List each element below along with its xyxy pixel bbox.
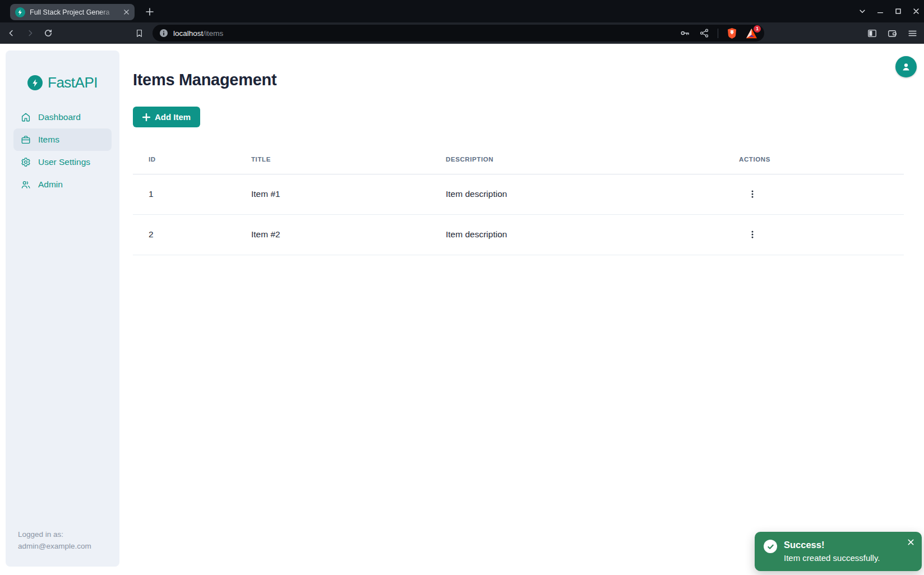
table-row: 2 Item #2 Item description bbox=[133, 214, 904, 255]
tab-title: Full Stack Project Genera bbox=[30, 8, 119, 16]
key-icon[interactable] bbox=[680, 27, 691, 39]
url-bar[interactable]: localhost/items bbox=[153, 25, 764, 42]
toast-close-icon[interactable] bbox=[905, 537, 916, 547]
sidebar: FastAPI Dashboard Items bbox=[6, 50, 119, 567]
home-icon bbox=[21, 112, 31, 122]
check-circle-icon bbox=[764, 540, 777, 553]
table-row: 1 Item #1 Item description bbox=[133, 174, 904, 214]
row-actions-menu-icon[interactable] bbox=[745, 227, 760, 242]
plus-icon bbox=[142, 113, 150, 121]
fastapi-bolt-icon bbox=[27, 75, 43, 90]
window-minimize-icon[interactable] bbox=[876, 7, 885, 16]
cell-title: Item #2 bbox=[251, 214, 446, 255]
toast-title: Success! bbox=[784, 539, 880, 551]
page-title: Items Management bbox=[133, 71, 276, 89]
col-header-title: TITLE bbox=[251, 145, 446, 174]
toolbar-divider bbox=[718, 29, 718, 38]
reload-button[interactable] bbox=[41, 26, 55, 40]
logged-in-email: admin@example.com bbox=[18, 540, 91, 552]
new-tab-button[interactable] bbox=[144, 6, 156, 18]
window-chevron-down-icon[interactable] bbox=[858, 7, 867, 16]
sidebar-item-items[interactable]: Items bbox=[13, 128, 112, 151]
window-close-icon[interactable] bbox=[912, 7, 921, 16]
forward-button[interactable] bbox=[24, 26, 37, 40]
page-content: FastAPI Dashboard Items bbox=[0, 44, 924, 575]
sidebar-panel-icon[interactable] bbox=[866, 27, 878, 39]
window-controls bbox=[858, 0, 921, 22]
rewards-badge: 1 bbox=[754, 25, 761, 33]
toast-message: Item created successfully. bbox=[784, 552, 880, 564]
share-icon[interactable] bbox=[699, 28, 709, 38]
row-actions-menu-icon[interactable] bbox=[745, 186, 760, 202]
fastapi-logo: FastAPI bbox=[6, 74, 119, 91]
fastapi-favicon-icon bbox=[15, 7, 25, 17]
gear-icon bbox=[21, 157, 31, 167]
window-maximize-icon[interactable] bbox=[894, 7, 903, 16]
logged-in-label: Logged in as: bbox=[18, 528, 91, 540]
hamburger-menu-icon[interactable] bbox=[906, 27, 918, 39]
url-text: localhost/items bbox=[173, 29, 223, 38]
site-info-icon[interactable] bbox=[159, 29, 168, 38]
sidebar-item-admin[interactable]: Admin bbox=[13, 173, 112, 196]
cell-description: Item description bbox=[446, 214, 739, 255]
col-header-actions: ACTIONS bbox=[739, 145, 904, 174]
col-header-description: DESCRIPTION bbox=[446, 145, 739, 174]
items-table: ID TITLE DESCRIPTION ACTIONS 1 Item #1 I… bbox=[133, 145, 904, 255]
bookmark-icon[interactable] bbox=[132, 26, 146, 40]
brand-text: FastAPI bbox=[48, 74, 98, 91]
tab-close-icon[interactable] bbox=[123, 9, 130, 15]
sidebar-item-user-settings[interactable]: User Settings bbox=[13, 151, 112, 173]
browser-navbar: localhost/items bbox=[0, 22, 924, 44]
col-header-id: ID bbox=[133, 145, 251, 174]
success-toast: Success! Item created successfully. bbox=[755, 532, 922, 571]
cell-id: 2 bbox=[133, 214, 251, 255]
cell-id: 1 bbox=[133, 174, 251, 214]
add-item-button[interactable]: Add Item bbox=[133, 107, 200, 127]
cell-description: Item description bbox=[446, 174, 739, 214]
user-avatar-button[interactable] bbox=[895, 56, 917, 77]
cell-title: Item #1 bbox=[251, 174, 446, 214]
back-button[interactable] bbox=[4, 26, 18, 40]
table-header-row: ID TITLE DESCRIPTION ACTIONS bbox=[133, 145, 904, 174]
users-icon bbox=[21, 180, 31, 190]
sidebar-item-dashboard[interactable]: Dashboard bbox=[13, 106, 112, 128]
sidebar-nav: Dashboard Items User Settings bbox=[6, 106, 119, 196]
user-icon bbox=[900, 61, 912, 73]
briefcase-icon bbox=[21, 135, 31, 145]
brave-shield-icon[interactable] bbox=[727, 27, 737, 39]
wallet-icon[interactable] bbox=[886, 27, 898, 39]
browser-titlebar: Full Stack Project Genera bbox=[0, 0, 924, 22]
browser-tab[interactable]: Full Stack Project Genera bbox=[10, 4, 135, 20]
logged-in-info: Logged in as: admin@example.com bbox=[18, 528, 91, 552]
